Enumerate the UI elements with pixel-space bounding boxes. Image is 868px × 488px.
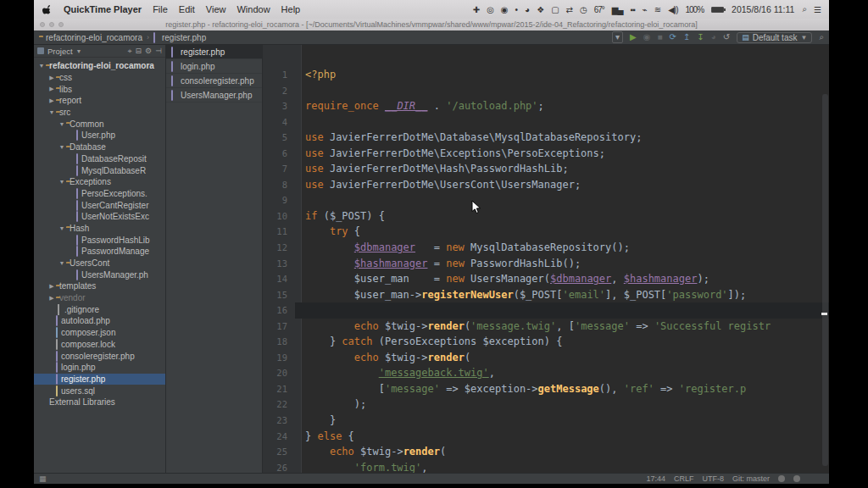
tree-item-autoload-php[interactable]: autoload.php <box>34 315 165 327</box>
tree-item-login-php[interactable]: login.php <box>34 362 165 374</box>
hide-panel-icon[interactable]: ⊣ <box>155 47 162 56</box>
tree-item-hash[interactable]: ▼Hash <box>34 223 165 235</box>
menu-window[interactable]: Window <box>236 4 270 14</box>
tree-open-arrow-icon[interactable]: ▼ <box>58 260 66 266</box>
tree-item-src[interactable]: ▼src <box>34 107 165 119</box>
tree-item-libs[interactable]: ▶libs <box>34 83 165 95</box>
tree-open-arrow-icon[interactable]: ▼ <box>58 179 66 185</box>
tree-open-arrow-icon[interactable]: ▼ <box>37 63 46 69</box>
move-cross-icon[interactable]: ✚ <box>473 5 479 14</box>
locate-icon[interactable]: ⌖ <box>127 47 131 56</box>
tree-item-external-libraries[interactable]: External Libraries <box>34 396 165 408</box>
tree-item-composer-json[interactable]: composer.json <box>34 327 165 339</box>
vcs-update-button[interactable]: ⟳ <box>670 32 676 42</box>
record-icon[interactable]: ◉ <box>501 5 508 14</box>
undo-button[interactable]: ↺ <box>723 32 730 42</box>
annotate-button[interactable]: ◕ <box>711 32 716 42</box>
code-editor[interactable]: 1<?php23require_once __DIR__ . '/autoloa… <box>263 45 829 473</box>
tree-item-usercantregister[interactable]: UserCantRegister <box>34 199 165 211</box>
tree-item-gitignore[interactable]: .gitignore <box>34 303 165 315</box>
tree-item-usersmanager-ph[interactable]: UsersManager.ph <box>34 269 165 280</box>
error-stripe-mark[interactable] <box>821 313 827 315</box>
menu-edit[interactable]: Edit <box>179 4 195 14</box>
toolwindow-toggle-icon[interactable]: ▦ <box>39 474 47 483</box>
window-icon[interactable]: ▢ <box>551 5 558 14</box>
collapse-all-icon[interactable]: ⊟ <box>136 47 142 56</box>
tab-consoleregister-php[interactable]: consoleregister.php <box>166 74 262 88</box>
debug-button[interactable]: ◉ <box>643 32 651 42</box>
wifi-icon[interactable]: ≋ <box>654 5 660 14</box>
run-config-chevron[interactable]: ▾ <box>612 31 623 43</box>
spotlight-icon[interactable]: ⌕ <box>802 4 806 14</box>
tree-open-arrow-icon[interactable]: ▼ <box>58 121 66 127</box>
vcs-commit-up-button[interactable]: ↥ <box>683 32 690 42</box>
dot-icon[interactable]: • <box>515 5 518 14</box>
tree-open-arrow-icon[interactable]: ▼ <box>58 144 66 150</box>
tree-closed-arrow-icon[interactable]: ▶ <box>47 75 56 81</box>
tree-item-vendor[interactable]: ▶vendor <box>34 292 165 304</box>
tree-item-userscont[interactable]: ▼UsersCont <box>34 258 165 269</box>
minimize-window-button[interactable] <box>49 22 54 27</box>
suit-icon[interactable]: ❖ <box>537 5 543 14</box>
cpu-chart-icon[interactable]: ▆▄ <box>612 5 623 14</box>
encoding[interactable]: UTF-8 <box>702 474 724 483</box>
tree-item-databasereposit[interactable]: DatabaseReposit <box>34 153 165 165</box>
moon-icon[interactable]: ◕ <box>525 5 529 14</box>
menu-view[interactable]: View <box>206 4 226 14</box>
zoom-window-button[interactable] <box>58 22 64 27</box>
meter-icon[interactable]: ▪▪ <box>631 5 635 14</box>
tree-item-database[interactable]: ▼Database <box>34 141 165 153</box>
target-icon[interactable]: ◎ <box>487 5 493 14</box>
tree-closed-arrow-icon[interactable]: ▶ <box>47 283 56 290</box>
apple-menu-icon[interactable] <box>42 4 53 15</box>
menu-file[interactable]: File <box>153 4 168 14</box>
code-area[interactable]: 1<?php23require_once __DIR__ . '/autoloa… <box>263 45 829 473</box>
line-separator[interactable]: CRLF <box>674 474 694 483</box>
breadcrumb-refactoring-eloi-rocamora[interactable]: refactoring-eloi_rocamora <box>39 33 142 42</box>
tab-usersmanager-php[interactable]: UsersManager.php <box>166 88 262 103</box>
lock-icon[interactable] <box>778 475 785 482</box>
run-button[interactable]: ▶ <box>630 32 637 42</box>
tree-closed-arrow-icon[interactable]: ▶ <box>47 97 56 104</box>
project-panel-title[interactable]: Project <box>47 47 73 56</box>
tree-item-composer-lock[interactable]: composer.lock <box>34 339 165 351</box>
stop-button[interactable]: ■ <box>657 32 662 42</box>
run-configuration-select[interactable]: ▤ Default task ▼ <box>737 32 812 43</box>
menu-clock[interactable]: 2015/8/16 11:11 <box>732 4 794 14</box>
time-machine-icon[interactable]: ◷ <box>580 5 587 14</box>
tree-open-arrow-icon[interactable]: ▼ <box>58 225 66 231</box>
tree-item-register-php[interactable]: register.php <box>34 374 165 385</box>
tree-closed-arrow-icon[interactable]: ▶ <box>47 86 56 92</box>
tree-item-refactoring-eloi-rocamora[interactable]: ▼refactoring-eloi_rocamora <box>34 60 165 72</box>
battery-percent[interactable]: 100% <box>685 5 704 14</box>
vcs-branch[interactable]: Git: master <box>732 474 770 483</box>
vcs-commit-down-button[interactable]: ↧ <box>697 32 704 42</box>
power-icon[interactable]: ⌁ <box>643 5 647 14</box>
settings-icon[interactable]: ⚙ <box>145 47 152 56</box>
swap-icon[interactable]: ⇄ <box>566 5 572 14</box>
volume-icon[interactable]: ◀)) <box>668 5 677 14</box>
tree-item-mysqldatabaser[interactable]: MysqlDatabaseR <box>34 164 165 176</box>
window-title-bar[interactable]: register.php - refactoring-eloi_rocamora… <box>34 19 829 30</box>
tree-item-passwordmanage[interactable]: PasswordManage <box>34 246 165 258</box>
search-everywhere-icon[interactable]: ⌕ <box>819 32 824 42</box>
tree-item-usernotexistsexc[interactable]: UserNotExistsExc <box>34 211 165 223</box>
temperature-reading[interactable]: 67° <box>594 5 604 14</box>
tree-item-report[interactable]: ▶report <box>34 95 165 107</box>
tree-item-users-sql[interactable]: users.sql <box>34 385 165 396</box>
tree-item-passwordhashlib[interactable]: PasswordHashLib <box>34 234 165 246</box>
tab-login-php[interactable]: login.php <box>166 59 262 74</box>
editor-scrollbar[interactable] <box>822 94 828 466</box>
tree-item-common[interactable]: ▼Common <box>34 118 165 130</box>
hector-icon[interactable] <box>793 475 800 482</box>
tree-item-user-php[interactable]: User.php <box>34 130 165 141</box>
caret-position[interactable]: 17:44 <box>646 474 665 483</box>
breadcrumb-register-php[interactable]: register.php <box>153 33 206 42</box>
tree-item-templates[interactable]: ▶templates <box>34 280 165 292</box>
tree-open-arrow-icon[interactable]: ▼ <box>47 109 56 115</box>
menu-quicktime-player[interactable]: QuickTime Player <box>64 4 142 14</box>
tree-closed-arrow-icon[interactable]: ▶ <box>47 295 56 302</box>
close-window-button[interactable] <box>40 22 45 27</box>
tree-item-consoleregister-php[interactable]: consoleregister.php <box>34 350 165 362</box>
chevron-down-icon[interactable]: ▼ <box>76 48 82 54</box>
